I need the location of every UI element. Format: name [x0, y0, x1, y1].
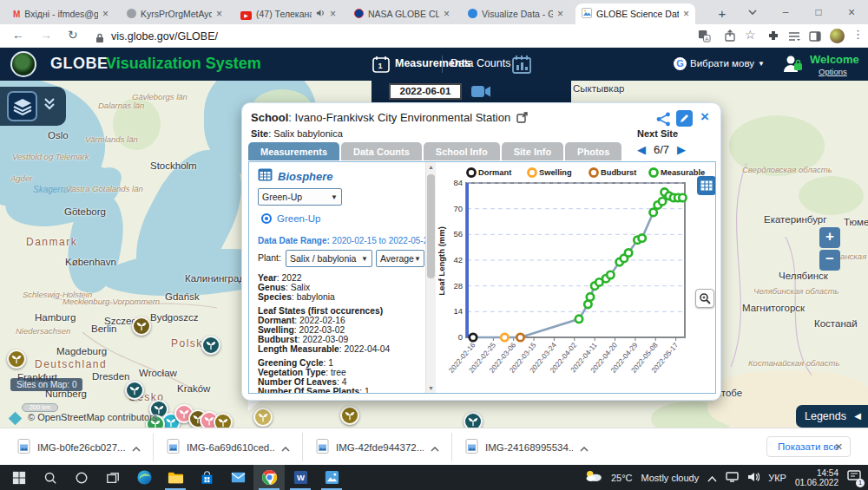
map-site-marker[interactable]	[340, 406, 359, 425]
taskbar-explorer-icon[interactable]	[160, 465, 191, 490]
popup-tab-photos[interactable]: Photos	[565, 142, 621, 160]
scroll-up-icon[interactable]: ▲	[428, 164, 434, 170]
notifications-icon[interactable]: 1	[847, 470, 861, 486]
chart-zoom-button[interactable]	[695, 289, 714, 308]
download-menu-icon[interactable]	[580, 440, 589, 455]
reload-button[interactable]: ↻	[68, 28, 78, 42]
nav-data-counts[interactable]: Data Counts	[450, 57, 510, 69]
animation-camera-icon[interactable]	[470, 84, 491, 102]
weather-icon[interactable]	[584, 469, 602, 486]
clock[interactable]: 14:54 01.06.2022	[795, 468, 838, 487]
reading-list-icon[interactable]	[788, 29, 800, 45]
language-indicator[interactable]: УКР	[768, 473, 786, 483]
user-account-icon[interactable]	[781, 54, 804, 78]
maximize-button[interactable]: □	[802, 6, 835, 18]
weather-temp[interactable]: 25°C	[611, 473, 633, 483]
scroll-down-icon[interactable]: ▼	[428, 385, 434, 391]
download-item[interactable]: IMG-24168995534....jpg	[457, 434, 597, 461]
network-icon[interactable]	[726, 470, 739, 486]
tab-audio-icon[interactable]	[316, 9, 326, 19]
translate-icon[interactable]: A	[698, 29, 711, 46]
download-item[interactable]: IMG-b0fe26cb027....jpg	[9, 434, 149, 461]
close-popup-button[interactable]: ×	[700, 108, 709, 126]
tab-close-button[interactable]: ×	[444, 9, 450, 19]
zoom-out-button[interactable]: −	[819, 250, 840, 271]
open-school-icon[interactable]	[516, 113, 528, 126]
popup-tab-data-counts[interactable]: Data Counts	[341, 142, 422, 160]
volume-icon[interactable]	[747, 470, 760, 486]
prev-site-arrow[interactable]: ◀	[637, 143, 646, 156]
weather-text[interactable]: Mostly cloudy	[641, 473, 700, 483]
share-icon[interactable]	[724, 29, 736, 45]
language-caret-icon[interactable]: ▼	[758, 60, 765, 68]
protocol-select[interactable]: Green-Up▼	[258, 188, 342, 206]
map-site-marker[interactable]	[132, 317, 151, 336]
map-attribution[interactable]: © OpenStreetMap contributors	[28, 412, 157, 422]
greenup-radio[interactable]	[261, 213, 272, 224]
extensions-icon[interactable]	[767, 29, 779, 45]
language-selector[interactable]: Вибрати мову	[690, 58, 754, 69]
map-site-marker[interactable]	[214, 413, 233, 428]
taskbar-photos-icon[interactable]	[316, 465, 347, 490]
new-tab-button[interactable]: +	[713, 5, 731, 23]
map-site-marker[interactable]	[464, 412, 483, 428]
layers-collapse-icon[interactable]	[43, 97, 56, 114]
zoom-in-button[interactable]: +	[819, 227, 840, 248]
bookmark-star-icon[interactable]: ☆	[745, 28, 756, 42]
side-panel-icon[interactable]	[809, 29, 821, 45]
back-button[interactable]: ←	[12, 28, 24, 42]
tab-search-icon[interactable]	[736, 6, 769, 18]
map-site-marker[interactable]	[125, 381, 144, 400]
options-link[interactable]: Options	[819, 67, 847, 76]
download-item[interactable]: IMG-42fde944372....jpg	[307, 434, 448, 461]
taskbar-store-icon[interactable]	[191, 465, 222, 490]
close-downloads-icon[interactable]: ×	[835, 439, 843, 454]
edit-site-button[interactable]	[676, 110, 693, 127]
close-window-button[interactable]: ×	[835, 5, 868, 19]
download-menu-icon[interactable]	[431, 440, 439, 455]
tab-close-button[interactable]: ×	[683, 9, 689, 19]
tab-close-button[interactable]: ×	[557, 9, 563, 19]
minimize-button[interactable]: –	[769, 6, 802, 18]
map-site-marker[interactable]	[7, 350, 26, 369]
tab-close-button[interactable]: ×	[216, 9, 222, 19]
taskbar-word-icon[interactable]: W	[285, 465, 316, 490]
data-counts-chart-icon[interactable]	[510, 53, 533, 79]
map-site-marker[interactable]	[201, 336, 220, 355]
popup-tab-site-info[interactable]: Site Info	[502, 142, 563, 160]
data-table-button[interactable]	[697, 176, 716, 195]
browser-menu-icon[interactable]: ⋮	[852, 28, 864, 41]
browser-tab[interactable]: KyrsPrOrgMetAyd-12×	[121, 3, 228, 24]
google-translate-icon[interactable]: G	[674, 57, 687, 70]
taskbar-search-icon[interactable]	[35, 465, 66, 490]
aggregate-select[interactable]: Average▼	[376, 250, 424, 267]
taskbar-mail-icon[interactable]	[222, 465, 253, 490]
layers-button[interactable]	[7, 91, 37, 121]
popup-tab-measurements[interactable]: Measurements	[248, 142, 339, 160]
download-item[interactable]: IMG-6a69d610ced....jpg	[158, 434, 299, 461]
share-site-icon[interactable]	[656, 112, 671, 128]
measurements-calendar-icon[interactable]: 1	[372, 55, 391, 77]
browser-tab[interactable]: NASA GLOBE CLOUD×	[348, 3, 456, 24]
date-input[interactable]: 2022-06-01	[389, 83, 462, 100]
download-menu-icon[interactable]	[281, 440, 290, 455]
scrollbar-thumb[interactable]	[427, 174, 435, 278]
legends-button[interactable]: Legends◀	[796, 405, 868, 428]
tray-expand-icon[interactable]	[707, 470, 717, 486]
profile-avatar[interactable]	[830, 29, 845, 43]
forward-button[interactable]: →	[40, 28, 52, 42]
tab-close-button[interactable]: ×	[102, 9, 108, 19]
browser-tab[interactable]: GLOBE Science Data V×	[575, 3, 695, 24]
taskbar-edge-icon[interactable]	[128, 465, 160, 490]
taskbar-cortana-icon[interactable]	[66, 465, 97, 490]
plant-select[interactable]: Salix / babylonia▼	[286, 250, 372, 267]
taskbar-start-icon[interactable]	[3, 465, 35, 490]
lock-icon[interactable]	[95, 31, 104, 47]
download-menu-icon[interactable]	[132, 440, 141, 455]
globe-logo[interactable]	[10, 51, 36, 77]
browser-tab[interactable]: ▶(47) Телеканал 1×	[234, 3, 342, 24]
browser-tab[interactable]: MВхідні - ifmdes@gma×	[7, 3, 115, 24]
taskbar-chrome-icon[interactable]	[253, 465, 285, 490]
url-text[interactable]: vis.globe.gov/GLOBE/	[111, 30, 218, 42]
next-site-arrow[interactable]: ▶	[677, 143, 686, 156]
